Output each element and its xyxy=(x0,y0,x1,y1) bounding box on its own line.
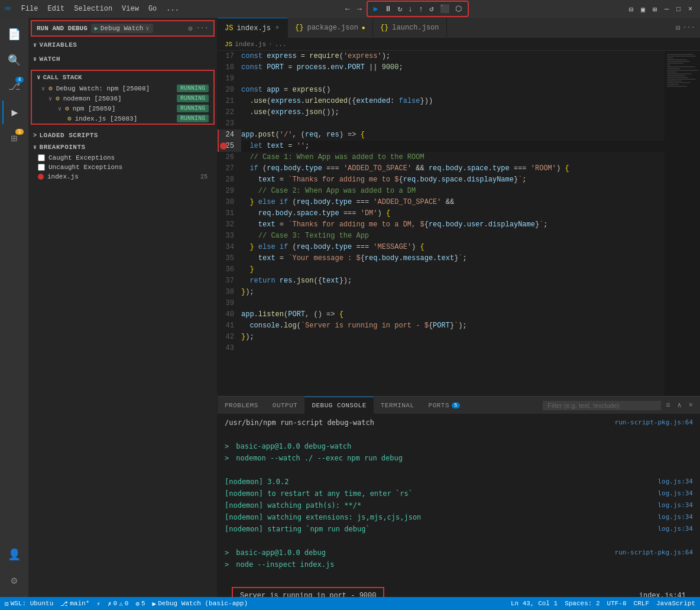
debug-stop-button[interactable]: ⬛ xyxy=(438,3,452,15)
editor-more-icon[interactable]: ··· xyxy=(682,24,695,33)
debug-config-selector[interactable]: ▶ Debug Watch ∨ xyxy=(91,24,153,33)
nav-back-button[interactable]: ← xyxy=(343,4,352,15)
panel-tab-terminal[interactable]: TERMINAL xyxy=(374,397,422,414)
go-menu[interactable]: Go xyxy=(145,4,160,14)
callstack-item-nodemon[interactable]: ∨ ⚙ nodemon [25036] RUNNING xyxy=(32,93,213,103)
code-line-36: 36 } xyxy=(218,264,665,275)
debug-restart-button[interactable]: ↺ xyxy=(427,3,436,15)
activity-source-control-icon[interactable]: ⎇ 4 xyxy=(2,74,26,98)
view-menu[interactable]: View xyxy=(118,4,142,14)
minimap-line xyxy=(667,68,680,69)
watch-chevron-icon: ∨ xyxy=(33,56,37,63)
more-menu[interactable]: ... xyxy=(163,4,183,14)
line-number-43: 43 xyxy=(218,343,241,354)
activity-explorer-icon[interactable]: 📄 xyxy=(2,22,26,46)
minimize-button[interactable]: ─ xyxy=(665,5,672,12)
tab-launch-json[interactable]: {} launch.json xyxy=(373,18,447,38)
console-ref-server[interactable]: index.js:41 xyxy=(639,592,693,597)
statusbar-encoding[interactable]: UTF-8 xyxy=(607,600,627,607)
console-ref[interactable]: log.js:34 xyxy=(657,512,693,523)
statusbar-debug-config[interactable]: ▶ Debug Watch (basic-app) xyxy=(153,600,248,608)
panel-tab-problems[interactable]: PROBLEMS xyxy=(218,397,265,414)
console-ref[interactable]: run-script-pkg.js:64 xyxy=(615,547,693,558)
statusbar-breakpoints[interactable]: ⚙ 5 xyxy=(135,600,145,608)
panel-filter-input[interactable] xyxy=(543,401,661,410)
sidebar-toggle-button[interactable]: ▣ xyxy=(641,5,648,12)
panel-tab-output[interactable]: OUTPUT xyxy=(265,397,305,414)
debug-config-name: Debug Watch xyxy=(101,25,144,32)
panel-tab-debug-console[interactable]: DEBUG CONSOLE xyxy=(304,397,373,414)
maximize-button[interactable]: □ xyxy=(676,5,683,12)
debug-pause-button[interactable]: ⏸ xyxy=(382,4,394,15)
breakpoint-caught-exceptions[interactable]: Caught Exceptions xyxy=(28,153,217,163)
variables-section-header[interactable]: ∨ VARIABLES xyxy=(28,39,217,51)
callstack-item-indexjs[interactable]: ⚙ index.js [25083] RUNNING xyxy=(32,113,213,124)
debug-step-out-button[interactable]: ↑ xyxy=(416,4,426,15)
callstack-item-badge: RUNNING xyxy=(177,85,209,92)
statusbar-branch[interactable]: ⎇ main* xyxy=(60,600,89,608)
breakpoint-uncaught-exceptions[interactable]: Uncaught Exceptions xyxy=(28,163,217,172)
edit-menu[interactable]: Edit xyxy=(44,4,68,14)
uncaught-exceptions-checkbox[interactable] xyxy=(38,164,45,171)
statusbar-remote[interactable]: ⚡ xyxy=(96,600,101,608)
console-line-nodemon-restart: [nodemon] to restart at any time, enter … xyxy=(218,488,700,499)
console-ref[interactable]: run-script-pkg.js:64 xyxy=(615,417,693,428)
code-text-31: req.body.space.type === 'DM') { xyxy=(241,208,390,219)
statusbar-errors[interactable]: ✗ 0 ⚠ 0 xyxy=(108,600,128,608)
activity-account-icon[interactable]: 👤 xyxy=(2,543,26,566)
callstack-item-npm[interactable]: ∨ ⚙ npm [25059] RUNNING xyxy=(32,103,213,113)
console-ref[interactable]: log.js:34 xyxy=(657,524,693,534)
console-ref[interactable]: log.js:34 xyxy=(657,488,693,499)
statusbar-position[interactable]: Ln 43, Col 1 xyxy=(511,600,558,607)
nav-forward-button[interactable]: → xyxy=(355,4,364,15)
statusbar-line-ending[interactable]: CRLF xyxy=(634,600,649,607)
breadcrumb-item[interactable]: ... xyxy=(275,41,287,48)
minimap-line xyxy=(667,56,696,57)
debug-step-over-button[interactable]: ↻ xyxy=(396,3,405,15)
tab-close-icon[interactable]: × xyxy=(274,24,280,33)
line-number-29: 29 xyxy=(218,186,241,197)
debug-continue-button[interactable]: ▶ xyxy=(371,3,381,15)
panel-toggle-button[interactable]: ⊞ xyxy=(653,5,660,12)
console-ref[interactable]: log.js:34 xyxy=(657,476,693,487)
console-ref[interactable]: log.js:34 xyxy=(657,500,693,511)
activity-run-debug-icon[interactable]: ▶ xyxy=(2,100,26,124)
selection-menu[interactable]: Selection xyxy=(70,4,116,14)
code-editor[interactable]: 17 const express = require('express'); 1… xyxy=(218,51,665,396)
callstack-item-debug-watch[interactable]: ∨ ⚙ Debug Watch: npm [25008] RUNNING xyxy=(32,83,213,93)
activity-extensions-icon[interactable]: ⊞ 1 xyxy=(2,126,26,150)
breadcrumb-filename[interactable]: index.js xyxy=(235,41,266,48)
watch-label: WATCH xyxy=(40,56,61,63)
editor-split-icon[interactable]: ⊟ xyxy=(676,24,680,33)
activity-settings-icon[interactable]: ⚙ xyxy=(2,569,26,592)
panel-filter-icon[interactable]: ≡ xyxy=(663,400,672,411)
breakpoint-indexjs[interactable]: index.js 25 xyxy=(28,172,217,181)
statusbar-spaces[interactable]: Spaces: 2 xyxy=(565,600,599,607)
activity-search-icon[interactable]: 🔍 xyxy=(2,48,26,72)
panel-close-icon[interactable]: × xyxy=(686,400,695,411)
debug-breakpoints-button[interactable]: ⬡ xyxy=(453,3,464,15)
layout-button[interactable]: ⊟ xyxy=(629,5,636,12)
callstack-header[interactable]: ∨ CALL STACK xyxy=(32,71,213,83)
console-line-empty3 xyxy=(218,535,700,547)
code-line-35: 35 text = `Your message : ${req.body.mes… xyxy=(218,253,665,264)
watch-section-header[interactable]: ∨ WATCH xyxy=(28,53,217,65)
callstack-item-badge: RUNNING xyxy=(177,105,209,112)
debug-more-icon[interactable]: ··· xyxy=(196,24,209,33)
panel-tab-problems-label: PROBLEMS xyxy=(225,402,258,409)
breakpoints-header[interactable]: ∨ BREAKPOINTS xyxy=(28,141,217,153)
file-menu[interactable]: File xyxy=(18,4,42,14)
panel-tab-ports[interactable]: PORTS 5 xyxy=(422,397,467,414)
panel-scroll-lock-icon[interactable]: ∧ xyxy=(675,400,684,411)
caught-exceptions-checkbox[interactable] xyxy=(38,154,45,161)
minimap-line xyxy=(667,82,691,83)
statusbar-wsl[interactable]: ⊡ WSL: Ubuntu xyxy=(5,600,53,608)
tab-package-json[interactable]: {} package.json ● xyxy=(288,18,373,38)
debug-settings-icon[interactable]: ⚙ xyxy=(188,24,192,33)
close-button[interactable]: × xyxy=(688,5,695,12)
loaded-scripts-header[interactable]: > LOADED SCRIPTS xyxy=(28,129,217,141)
tab-index-js[interactable]: JS index.js × xyxy=(218,18,288,38)
branch-label: main* xyxy=(70,600,89,607)
statusbar-language[interactable]: JavaScript xyxy=(656,600,695,607)
debug-step-into-button[interactable]: ↓ xyxy=(406,4,415,15)
